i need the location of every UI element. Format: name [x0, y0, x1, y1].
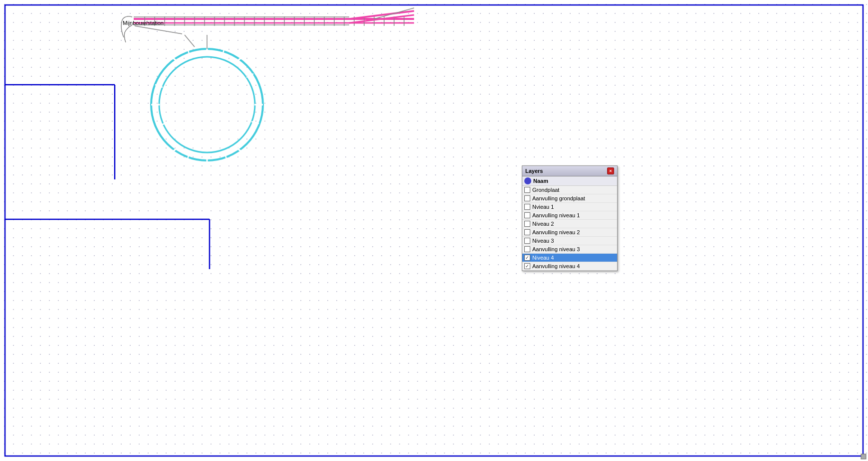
svg-line-38 — [374, 8, 414, 19]
layers-list: GrondplaatAanvulling grondplaatNvieau 1A… — [522, 186, 617, 271]
layers-close-button[interactable]: × — [607, 167, 614, 174]
layer-checkbox-aanvulling-niveau-3[interactable] — [524, 246, 530, 252]
layer-row-aanvulling-grondplaat[interactable]: Aanvulling grondplaat — [522, 194, 617, 203]
layer-name-aanvulling-niveau-4: Aanvulling niveau 4 — [532, 263, 580, 269]
svg-line-52 — [246, 74, 253, 77]
layer-checkbox-niveau-4[interactable]: ✓ — [524, 255, 530, 261]
svg-line-55 — [188, 151, 190, 159]
layer-checkbox-grondplaat[interactable] — [524, 187, 530, 193]
svg-rect-61 — [861, 454, 866, 459]
svg-line-44 — [236, 56, 243, 62]
svg-line-36 — [349, 11, 414, 19]
layer-checkbox-aanvulling-niveau-1[interactable] — [524, 212, 530, 218]
layer-row-grondplaat[interactable]: Grondplaat — [522, 186, 617, 194]
svg-line-54 — [224, 151, 226, 159]
svg-line-58 — [188, 48, 190, 57]
layer-row-niveau-2[interactable]: Niveau 2 — [522, 220, 617, 228]
layers-header-icon — [524, 177, 531, 184]
layer-row-aanvulling-niveau-4[interactable]: ✓Aanvulling niveau 4 — [522, 262, 617, 271]
layer-row-aanvulling-niveau-3[interactable]: Aanvulling niveau 3 — [522, 245, 617, 254]
main-canvas: Mijnbouw/station Layers × Naam Grondplaa… — [0, 0, 868, 461]
layers-title-bar: Layers × — [522, 166, 617, 176]
layer-row-aanvulling-niveau-1[interactable]: Aanvulling niveau 1 — [522, 211, 617, 220]
layer-row-niveau-3[interactable]: Niveau 3 — [522, 237, 617, 245]
layer-checkbox-niveau-3[interactable] — [524, 238, 530, 244]
layer-row-aanvulling-niveau-2[interactable]: Aanvulling niveau 2 — [522, 228, 617, 237]
layer-name-niveau-4: Niveau 4 — [532, 255, 554, 261]
layer-checkbox-nvieau-1[interactable] — [524, 204, 530, 210]
svg-line-51 — [222, 48, 224, 57]
circular-track — [135, 26, 263, 163]
layer-row-nvieau-1[interactable]: Nvieau 1 — [522, 203, 617, 211]
station-label: Mijnbouw/station — [123, 20, 164, 26]
layer-checkbox-aanvulling-grondplaat[interactable] — [524, 195, 530, 201]
layer-name-aanvulling-niveau-2: Aanvulling niveau 2 — [532, 229, 580, 235]
svg-line-37 — [349, 15, 414, 23]
svg-line-60 — [185, 35, 195, 47]
svg-point-42 — [159, 57, 255, 153]
boundary-lines — [0, 0, 868, 461]
layer-name-grondplaat: Grondplaat — [532, 187, 559, 193]
layer-name-niveau-3: Niveau 3 — [532, 238, 554, 244]
svg-line-56 — [157, 124, 165, 126]
layers-title: Layers — [525, 168, 543, 174]
layer-name-aanvulling-niveau-3: Aanvulling niveau 3 — [532, 246, 580, 252]
svg-line-46 — [236, 148, 243, 153]
layer-checkbox-aanvulling-niveau-2[interactable] — [524, 229, 530, 235]
layer-row-niveau-4[interactable]: ✓Niveau 4 — [522, 254, 617, 262]
layer-name-nvieau-1: Nvieau 1 — [532, 204, 554, 210]
svg-line-57 — [155, 85, 163, 87]
layer-checkbox-aanvulling-niveau-4[interactable]: ✓ — [524, 263, 530, 269]
layer-name-niveau-2: Niveau 2 — [532, 221, 554, 227]
svg-line-53 — [251, 122, 259, 124]
railway-tracks — [121, 8, 414, 42]
svg-line-50 — [171, 56, 178, 62]
layer-name-aanvulling-niveau-1: Aanvulling niveau 1 — [532, 212, 580, 218]
svg-point-41 — [151, 49, 263, 160]
layers-panel: Layers × Naam GrondplaatAanvulling grond… — [522, 165, 618, 271]
layers-naam-label: Naam — [533, 178, 548, 184]
layer-name-aanvulling-grondplaat: Aanvulling grondplaat — [532, 195, 585, 201]
layer-checkbox-niveau-2[interactable] — [524, 221, 530, 227]
svg-line-48 — [171, 148, 178, 153]
layers-column-header: Naam — [522, 176, 617, 186]
